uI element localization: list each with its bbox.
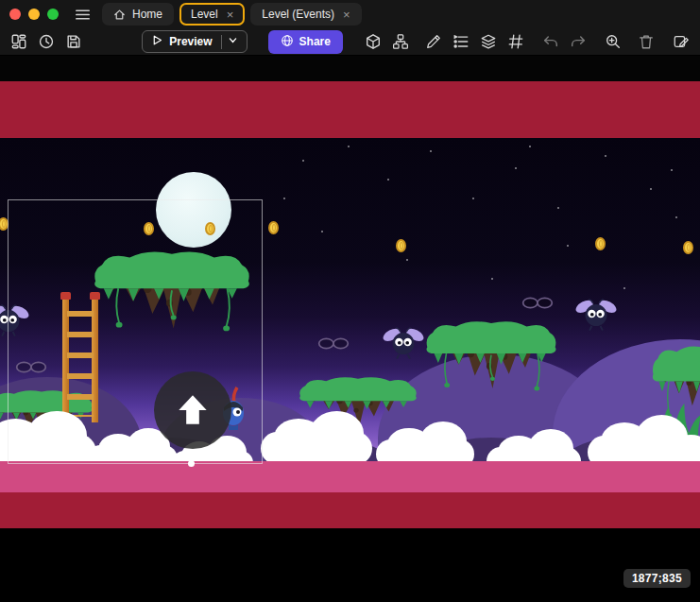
home-icon — [113, 9, 126, 21]
close-window-button[interactable] — [9, 9, 21, 20]
toolbar: Preview Share — [0, 28, 700, 56]
edit-properties-icon[interactable] — [672, 32, 691, 51]
layers-icon[interactable] — [479, 32, 498, 51]
star — [529, 146, 531, 147]
traffic-lights — [9, 9, 59, 20]
zoom-in-icon[interactable] — [604, 32, 623, 51]
star — [515, 167, 517, 169]
title-bar: Home Level × Level (Events) × — [0, 0, 700, 28]
history-clock-icon[interactable] — [37, 32, 56, 51]
star — [283, 198, 285, 199]
coin[interactable] — [396, 239, 406, 252]
star — [491, 278, 493, 280]
object-list-icon[interactable] — [452, 32, 470, 51]
star — [406, 259, 408, 261]
instances-graph-icon[interactable] — [391, 32, 410, 51]
star — [675, 216, 677, 218]
star — [472, 198, 474, 199]
scene-band-red-top — [0, 81, 700, 138]
scene-band-black-bottom — [0, 528, 700, 602]
coin[interactable] — [595, 237, 606, 250]
minimize-window-button[interactable] — [28, 9, 40, 20]
scene-band-black-top — [0, 56, 700, 81]
globe-icon — [281, 34, 294, 50]
preview-label: Preview — [169, 35, 212, 48]
cloud — [261, 432, 372, 465]
tab-level-events[interactable]: Level (Events) × — [250, 3, 361, 26]
close-icon[interactable]: × — [341, 9, 350, 21]
eyes-decor — [521, 296, 554, 310]
grid-icon[interactable] — [506, 32, 525, 51]
tab-label: Level — [191, 8, 218, 21]
star — [321, 231, 323, 232]
star — [671, 169, 673, 171]
box-3d-icon[interactable] — [364, 32, 383, 51]
jump-button[interactable] — [154, 371, 231, 449]
tab-label: Level (Events) — [262, 8, 334, 21]
scene-editor-canvas[interactable]: 1877;835 — [0, 56, 700, 602]
save-icon[interactable] — [64, 32, 83, 51]
menu-icon[interactable] — [72, 4, 93, 25]
scene-ground-pink — [0, 461, 700, 492]
enemy[interactable] — [574, 294, 618, 334]
preview-button[interactable]: Preview — [142, 30, 247, 53]
tab-label: Home — [132, 8, 162, 21]
toolbar-right-group — [364, 32, 691, 51]
toolbar-left-group — [9, 32, 83, 51]
platform[interactable] — [423, 318, 559, 398]
tab-level[interactable]: Level × — [179, 3, 245, 26]
star — [567, 245, 569, 247]
cursor-coordinates-badge: 1877;835 — [623, 569, 691, 588]
project-panels-icon[interactable] — [9, 32, 28, 51]
pencil-icon[interactable] — [424, 32, 443, 51]
star — [302, 160, 304, 162]
tab-home[interactable]: Home — [102, 3, 174, 26]
undo-icon[interactable] — [541, 32, 560, 51]
trash-icon[interactable] — [637, 32, 656, 51]
tab-bar: Home Level × Level (Events) × — [102, 3, 362, 26]
anchor-dot — [188, 460, 195, 467]
redo-icon[interactable] — [569, 32, 588, 51]
star — [557, 207, 559, 209]
star — [650, 188, 652, 190]
eyes-decor — [317, 336, 350, 351]
close-icon[interactable]: × — [225, 9, 234, 21]
coin[interactable] — [268, 221, 279, 234]
star — [605, 155, 606, 157]
coin[interactable] — [683, 241, 693, 254]
star — [387, 179, 389, 181]
divider — [221, 35, 222, 49]
zoom-window-button[interactable] — [47, 9, 59, 20]
enemy[interactable] — [382, 322, 425, 362]
star — [430, 150, 432, 152]
share-label: Share — [299, 35, 331, 48]
share-button[interactable]: Share — [268, 30, 343, 54]
scene-band-red-bottom — [0, 492, 700, 528]
chevron-down-icon[interactable] — [228, 35, 238, 48]
star — [623, 287, 625, 289]
play-icon — [151, 34, 163, 49]
star — [348, 146, 350, 147]
app-window: Home Level × Level (Events) × — [0, 0, 700, 602]
